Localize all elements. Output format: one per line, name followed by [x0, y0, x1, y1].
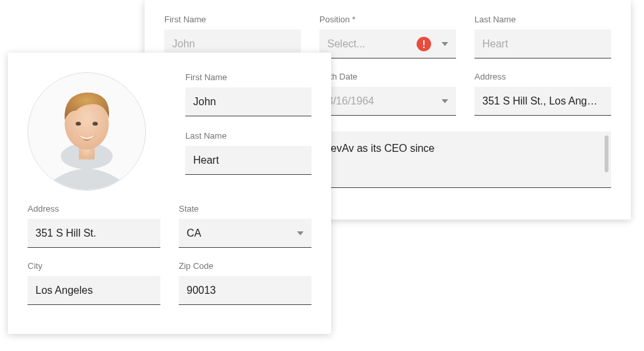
input-zip[interactable]: 90013	[179, 276, 311, 305]
field-group-address-back: Address 351 S Hill St., Los Angeles	[474, 72, 611, 116]
error-icon	[417, 37, 431, 51]
chevron-down-icon	[442, 99, 448, 103]
input-address-front[interactable]: 351 S Hill St.	[28, 219, 160, 248]
field-group-position: Position * Select...	[319, 14, 456, 59]
chevron-down-icon	[442, 42, 448, 46]
label-position: Position *	[319, 14, 456, 24]
input-address-back[interactable]: 351 S Hill St., Los Angeles	[474, 87, 611, 116]
input-last-name-back[interactable]: Heart	[474, 30, 611, 59]
svg-rect-0	[423, 40, 425, 45]
input-last-name-front[interactable]: Heart	[185, 146, 311, 175]
label-zip: Zip Code	[179, 261, 311, 271]
label-address-back: Address	[474, 72, 611, 82]
label-first-name: First Name	[164, 14, 301, 24]
input-city[interactable]: Los Angeles	[28, 276, 160, 305]
input-first-name-front[interactable]: John	[185, 87, 311, 116]
svg-point-7	[76, 122, 81, 126]
field-group-first-name-front: First Name John	[185, 72, 311, 116]
field-group-city: City Los Angeles	[28, 261, 160, 305]
label-first-name-front: First Name	[185, 72, 311, 82]
field-group-first-name: First Name John	[164, 14, 301, 59]
label-state: State	[179, 204, 311, 214]
label-birthdate: Birth Date	[319, 72, 456, 82]
label-last-name: Last Name	[474, 14, 611, 24]
scrollbar-thumb[interactable]	[605, 135, 609, 172]
chevron-down-icon	[297, 231, 304, 235]
select-birthdate[interactable]: 3/16/1964	[319, 87, 456, 116]
label-address-front: Address	[28, 204, 160, 214]
field-group-state: State CA	[179, 204, 311, 248]
svg-point-1	[423, 46, 425, 47]
field-group-birthdate: Birth Date 3/16/1964	[319, 72, 456, 116]
field-group-last-name-front: Last Name Heart	[185, 131, 311, 175]
form-panel-front: First Name John Last Name Heart Address …	[8, 53, 331, 334]
field-group-last-name: Last Name Heart	[474, 14, 611, 59]
select-state[interactable]: CA	[179, 219, 311, 248]
svg-point-8	[93, 122, 98, 126]
field-group-zip: Zip Code 90013	[179, 261, 311, 305]
field-group-address-front: Address 351 S Hill St.	[28, 204, 160, 248]
label-city: City	[28, 261, 160, 271]
label-last-name-front: Last Name	[185, 131, 311, 141]
avatar	[28, 72, 146, 191]
avatar-column	[28, 72, 164, 191]
select-position[interactable]: Select...	[319, 30, 456, 59]
